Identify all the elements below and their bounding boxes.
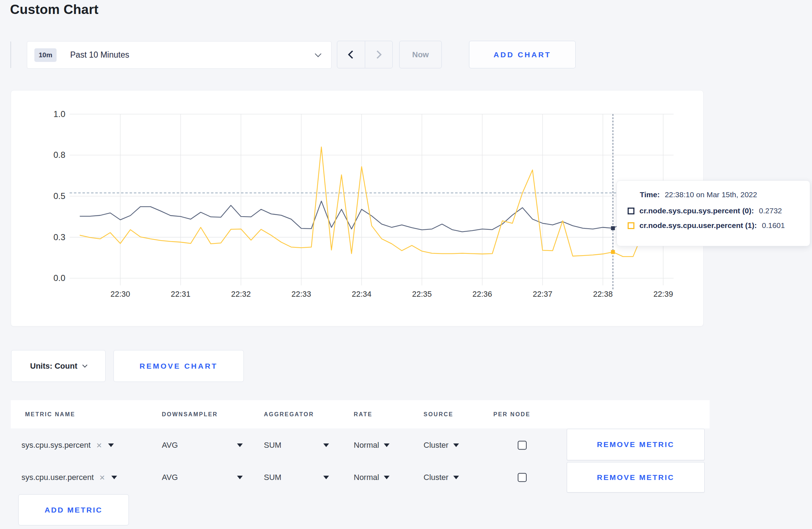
metric-name-select[interactable]: sys.cpu.user.percent × <box>21 473 117 482</box>
tooltip-user-value: 0.1601 <box>762 221 785 230</box>
aggregator-value: SUM <box>264 473 281 482</box>
tooltip-user-label: cr.node.sys.cpu.user.percent (1): <box>639 221 757 230</box>
downsampler-select[interactable]: AVG <box>162 441 243 450</box>
svg-text:22:33: 22:33 <box>291 290 311 299</box>
svg-text:22:30: 22:30 <box>111 290 130 299</box>
tooltip-time-label: Time: <box>640 190 660 199</box>
svg-text:22:37: 22:37 <box>533 290 552 299</box>
col-metric-name: METRIC NAME <box>25 411 75 418</box>
caret-down-icon <box>323 443 329 447</box>
svg-text:0.5: 0.5 <box>53 191 65 201</box>
source-value: Cluster <box>424 441 449 450</box>
svg-text:1.0: 1.0 <box>53 109 65 119</box>
chart-tooltip: Time:22:38:10 on Mar 15th, 2022 cr.node.… <box>617 180 810 246</box>
rate-value: Normal <box>354 441 379 450</box>
aggregator-select[interactable]: SUM <box>264 473 329 482</box>
clear-metric-icon[interactable]: × <box>100 473 105 482</box>
remove-metric-button-user[interactable]: REMOVE METRIC <box>567 462 705 492</box>
caret-down-icon <box>237 476 243 479</box>
chevron-down-icon <box>82 363 87 368</box>
rate-select[interactable]: Normal <box>354 473 390 482</box>
user-series-swatch-icon <box>628 222 634 229</box>
col-rate: RATE <box>354 411 372 418</box>
prev-time-button[interactable] <box>337 41 365 68</box>
toolbar-divider <box>10 42 11 68</box>
add-chart-button[interactable]: ADD CHART <box>469 41 576 68</box>
aggregator-value: SUM <box>264 441 281 450</box>
tooltip-series-row-user: cr.node.sys.cpu.user.percent (1): 0.1601 <box>628 221 801 230</box>
remove-chart-button[interactable]: REMOVE CHART <box>113 350 244 382</box>
add-metric-button[interactable]: ADD METRIC <box>18 494 129 525</box>
tooltip-sys-label: cr.node.sys.cpu.sys.percent (0): <box>639 207 754 215</box>
svg-text:22:32: 22:32 <box>231 290 251 299</box>
caret-down-icon <box>108 443 114 447</box>
tooltip-sys-value: 0.2732 <box>759 207 782 215</box>
rate-value: Normal <box>354 473 379 482</box>
caret-down-icon <box>453 443 459 447</box>
time-window-label: Past 10 Minutes <box>70 50 129 60</box>
metric-name-value: sys.cpu.sys.percent <box>21 441 91 450</box>
caret-down-icon <box>237 443 243 447</box>
metric-name-value: sys.cpu.user.percent <box>21 473 94 482</box>
svg-text:0.3: 0.3 <box>53 232 65 242</box>
caret-down-icon <box>111 476 117 479</box>
now-button[interactable]: Now <box>399 41 442 68</box>
time-pager <box>337 41 393 68</box>
chevron-down-icon <box>315 50 321 57</box>
caret-down-icon <box>453 476 459 479</box>
svg-text:22:34: 22:34 <box>352 290 372 299</box>
rate-select[interactable]: Normal <box>354 441 390 450</box>
metrics-table-header: METRIC NAME DOWNSAMPLER AGGREGATOR RATE … <box>11 400 710 428</box>
units-select[interactable]: Units: Count <box>11 350 106 382</box>
col-aggregator: AGGREGATOR <box>264 411 314 418</box>
caret-down-icon <box>384 476 390 479</box>
metric-name-select[interactable]: sys.cpu.sys.percent × <box>21 441 114 450</box>
caret-down-icon <box>323 476 329 479</box>
svg-text:22:39: 22:39 <box>653 290 673 299</box>
source-select[interactable]: Cluster <box>424 473 459 482</box>
svg-text:22:38: 22:38 <box>593 290 613 299</box>
svg-text:22:36: 22:36 <box>473 290 492 299</box>
cpu-usage-chart[interactable]: 0.00.30.50.81.022:3022:3122:3222:3322:34… <box>11 91 703 326</box>
tooltip-series-row-sys: cr.node.sys.cpu.sys.percent (0): 0.2732 <box>628 207 801 215</box>
col-source: SOURCE <box>424 411 453 418</box>
per-node-checkbox[interactable] <box>518 441 527 450</box>
custom-chart-page: Custom Chart 10m Past 10 Minutes Now ADD… <box>0 0 812 529</box>
time-window-select[interactable]: 10m Past 10 Minutes <box>27 41 332 69</box>
svg-text:0.8: 0.8 <box>53 150 65 160</box>
aggregator-select[interactable]: SUM <box>264 441 329 450</box>
downsampler-select[interactable]: AVG <box>162 473 243 482</box>
sys-series-swatch-icon <box>628 208 634 214</box>
per-node-checkbox[interactable] <box>518 473 527 482</box>
chart-card: 0.00.30.50.81.022:3022:3122:3222:3322:34… <box>11 90 704 326</box>
source-value: Cluster <box>424 473 449 482</box>
col-downsampler: DOWNSAMPLER <box>162 411 218 418</box>
next-time-button[interactable] <box>365 41 393 68</box>
tooltip-time-row: Time:22:38:10 on Mar 15th, 2022 <box>640 190 801 199</box>
svg-text:22:35: 22:35 <box>412 290 432 299</box>
svg-text:22:31: 22:31 <box>171 290 190 299</box>
chevron-right-icon <box>373 50 382 59</box>
units-label: Units: Count <box>30 361 77 371</box>
remove-metric-button-sys[interactable]: REMOVE METRIC <box>567 429 705 460</box>
page-title: Custom Chart <box>10 2 98 17</box>
caret-down-icon <box>384 443 390 447</box>
downsampler-value: AVG <box>162 473 178 482</box>
source-select[interactable]: Cluster <box>424 441 459 450</box>
col-per-node: PER NODE <box>493 411 531 418</box>
svg-text:0.0: 0.0 <box>53 273 65 283</box>
clear-metric-icon[interactable]: × <box>96 441 102 450</box>
downsampler-value: AVG <box>162 441 178 450</box>
chevron-left-icon <box>348 50 356 59</box>
time-window-badge: 10m <box>34 48 57 62</box>
tooltip-time-value: 22:38:10 on Mar 15th, 2022 <box>665 190 757 199</box>
